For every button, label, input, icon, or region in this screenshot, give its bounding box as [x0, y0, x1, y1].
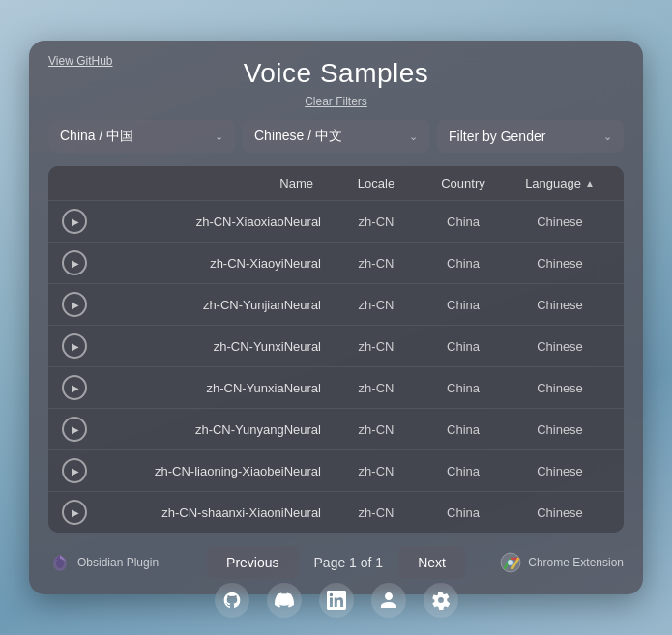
- user-dock-icon[interactable]: [371, 583, 406, 618]
- gender-filter[interactable]: Filter by Gender ⌄: [437, 120, 624, 153]
- row-name: zh-CN-YunxiaNeural: [101, 381, 333, 395]
- settings-icon: [431, 591, 451, 610]
- filters-row: China / 中国 ⌄ Chinese / 中文 ⌄ Filter by Ge…: [48, 120, 624, 153]
- play-button[interactable]: ▶: [62, 458, 87, 483]
- github-dock-icon[interactable]: [215, 583, 249, 618]
- row-language: Chinese: [507, 464, 613, 478]
- row-locale: zh-CN: [333, 215, 420, 229]
- col-header-language: Language ▲: [507, 176, 613, 190]
- row-name: zh-CN-XiaoxiaoNeural: [101, 215, 333, 229]
- row-country: China: [420, 256, 507, 271]
- row-name: zh-CN-YunxiNeural: [101, 339, 333, 354]
- table-row: ▶ zh-CN-YunyangNeural zh-CN China Chines…: [48, 408, 624, 449]
- row-language: Chinese: [507, 505, 613, 520]
- discord-icon: [275, 591, 294, 610]
- main-card: View GitHub Voice Samples Clear Filters …: [29, 41, 643, 594]
- previous-button[interactable]: Previous: [207, 546, 298, 579]
- table-row: ▶ zh-CN-shaanxi-XiaoniNeural zh-CN China…: [48, 491, 624, 533]
- obsidian-plugin-link[interactable]: Obsidian Plugin: [48, 551, 159, 574]
- view-github-link[interactable]: View GitHub: [48, 54, 112, 68]
- settings-dock-icon[interactable]: [424, 583, 458, 618]
- play-button[interactable]: ▶: [62, 375, 87, 400]
- obsidian-icon: [48, 551, 72, 574]
- row-locale: zh-CN: [333, 256, 420, 271]
- row-gender: Male: [613, 298, 624, 312]
- table-row: ▶ zh-CN-YunjianNeural zh-CN China Chines…: [48, 283, 624, 325]
- user-icon: [379, 591, 398, 610]
- row-country: China: [420, 505, 507, 520]
- row-language: Chinese: [507, 381, 613, 395]
- col-header-gender: Gender: [613, 176, 624, 190]
- play-button[interactable]: ▶: [62, 417, 87, 442]
- table-row: ▶ zh-CN-YunxiaNeural zh-CN China Chinese…: [48, 366, 624, 408]
- chevron-down-icon: ⌄: [409, 130, 418, 143]
- linkedin-icon: [327, 591, 346, 610]
- row-gender: Female: [613, 215, 624, 229]
- row-language: Chinese: [507, 215, 613, 229]
- country-filter[interactable]: China / 中国 ⌄: [48, 120, 235, 153]
- col-header-name: Name: [62, 176, 333, 190]
- row-locale: zh-CN: [333, 381, 420, 395]
- country-filter-label: China / 中国: [60, 128, 133, 145]
- voice-table: Name Locale Country Language ▲ Gender ▶ …: [48, 166, 624, 533]
- row-name: zh-CN-XiaoyiNeural: [101, 256, 333, 271]
- github-icon: [222, 591, 242, 610]
- row-language: Chinese: [507, 298, 613, 312]
- linkedin-dock-icon[interactable]: [319, 583, 354, 618]
- row-gender: Female: [613, 505, 624, 520]
- table-row: ▶ zh-CN-YunxiNeural zh-CN China Chinese …: [48, 325, 624, 366]
- chrome-icon: [499, 551, 522, 574]
- gender-filter-label: Filter by Gender: [449, 129, 545, 144]
- language-filter[interactable]: Chinese / 中文 ⌄: [243, 120, 429, 153]
- chevron-down-icon: ⌄: [215, 130, 223, 143]
- pagination-bar: Obsidian Plugin Previous Page 1 of 1 Nex…: [48, 546, 624, 579]
- row-gender: Male: [613, 339, 624, 354]
- svg-point-6: [508, 560, 513, 565]
- row-language: Chinese: [507, 256, 613, 271]
- row-gender: Male: [613, 381, 624, 395]
- discord-dock-icon[interactable]: [267, 583, 302, 618]
- row-locale: zh-CN: [333, 298, 420, 312]
- row-name: zh-CN-shaanxi-XiaoniNeural: [101, 505, 333, 520]
- play-button[interactable]: ▶: [62, 333, 87, 359]
- row-gender: Male: [613, 422, 624, 437]
- chrome-ext-label: Chrome Extension: [528, 556, 624, 569]
- table-row: ▶ zh-CN-XiaoyiNeural zh-CN China Chinese…: [48, 242, 624, 283]
- next-button[interactable]: Next: [398, 546, 465, 579]
- row-country: China: [420, 298, 507, 312]
- row-name: zh-CN-YunjianNeural: [101, 298, 333, 312]
- row-country: China: [420, 339, 507, 354]
- page-info: Page 1 of 1: [314, 555, 384, 570]
- row-name: zh-CN-liaoning-XiaobeiNeural: [101, 464, 333, 478]
- sort-arrow-icon: ▲: [585, 178, 595, 188]
- table-header: Name Locale Country Language ▲ Gender: [48, 166, 624, 200]
- row-country: China: [420, 215, 507, 229]
- play-button[interactable]: ▶: [62, 292, 87, 317]
- language-filter-label: Chinese / 中文: [254, 128, 342, 145]
- row-locale: zh-CN: [333, 339, 420, 354]
- row-name: zh-CN-YunyangNeural: [101, 422, 333, 437]
- row-locale: zh-CN: [333, 505, 420, 520]
- row-locale: zh-CN: [333, 464, 420, 478]
- play-button[interactable]: ▶: [62, 500, 87, 525]
- row-country: China: [420, 464, 507, 478]
- row-locale: zh-CN: [333, 422, 420, 437]
- row-language: Chinese: [507, 422, 613, 437]
- clear-filters-link[interactable]: Clear Filters: [48, 95, 624, 108]
- row-country: China: [420, 381, 507, 395]
- page-title: Voice Samples: [48, 58, 624, 89]
- table-row: ▶ zh-CN-liaoning-XiaobeiNeural zh-CN Chi…: [48, 449, 624, 491]
- col-header-country: Country: [420, 176, 507, 190]
- bottom-dock: [215, 583, 458, 618]
- table-row: ▶ zh-CN-XiaoxiaoNeural zh-CN China Chine…: [48, 200, 624, 242]
- play-button[interactable]: ▶: [62, 209, 87, 234]
- col-header-locale: Locale: [333, 176, 420, 190]
- obsidian-plugin-label: Obsidian Plugin: [77, 556, 159, 569]
- row-language: Chinese: [507, 339, 613, 354]
- chrome-extension-link[interactable]: Chrome Extension: [499, 551, 624, 574]
- row-country: China: [420, 422, 507, 437]
- svg-point-3: [56, 559, 64, 568]
- play-button[interactable]: ▶: [62, 250, 87, 275]
- table-body: ▶ zh-CN-XiaoxiaoNeural zh-CN China Chine…: [48, 200, 624, 533]
- chevron-down-icon: ⌄: [603, 130, 612, 143]
